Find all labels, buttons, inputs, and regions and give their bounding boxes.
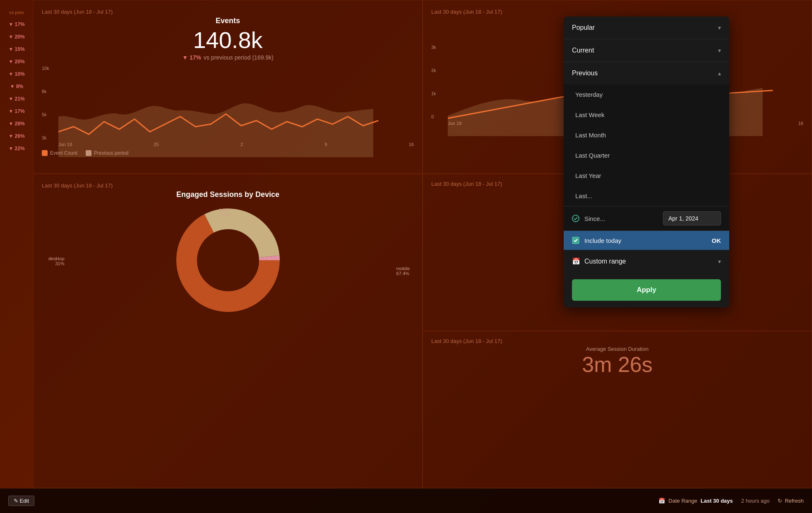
donut-chart-svg: [170, 202, 286, 318]
since-label: Since...: [584, 215, 658, 222]
current-chevron-icon: ▾: [718, 47, 721, 54]
previous-chevron-icon: ▴: [718, 70, 721, 77]
popular-label: Popular: [572, 24, 595, 31]
top-right-date: Last 30 days (Jun 18 - Jul 17): [431, 9, 803, 15]
device-sessions-date: Last 30 days (Jun 18 - Jul 17): [42, 182, 414, 189]
custom-range-left: 📅 Custom range: [572, 257, 626, 265]
item-yesterday[interactable]: Yesterday: [564, 84, 729, 105]
events-card-date: Last 30 days (Jun 18 - Jul 17): [42, 9, 414, 15]
dropdown-panel: Popular ▾ Current ▾ Previous ▴ Yesterday…: [564, 17, 729, 307]
sidebar-stat-8: ▼ 17%: [3, 107, 30, 116]
events-card: Last 30 days (Jun 18 - Jul 17) Events 14…: [33, 0, 423, 174]
left-sidebar: vs prev ▼ 17% ▼ 20% ▼ 15% ▼ 20% ▼ 10% ▼ …: [0, 0, 33, 488]
sidebar-stat-7: ▼ 21%: [3, 94, 30, 103]
donut-tablet-label: tablet 1.6%: [220, 207, 231, 217]
ok-button[interactable]: OK: [712, 237, 721, 244]
events-chart-area: 10k 8k 5k 3k: [42, 66, 414, 140]
sidebar-vs-prev: vs prev: [3, 8, 30, 17]
avg-session-card: Last 30 days (Jun 18 - Jul 17) Average S…: [423, 331, 812, 488]
item-last-quarter[interactable]: Last Quarter: [564, 145, 729, 165]
status-bar-left: ✎ Edit: [8, 496, 34, 506]
apply-button[interactable]: Apply: [572, 279, 721, 301]
sidebar-stat-5: ▼ 10%: [3, 70, 30, 79]
avg-session-title: Average Session Duration: [431, 346, 803, 352]
donut-mobile-label: mobile 67.4%: [396, 266, 410, 276]
refresh-button[interactable]: ↻ Refresh: [778, 498, 804, 504]
status-bar-right: 📅 Date Range Last 30 days 2 hours ago ↻ …: [658, 498, 804, 504]
date-range-label: Date Range: [668, 498, 697, 504]
sidebar-stat-4: ▼ 20%: [3, 57, 30, 66]
edit-button[interactable]: ✎ Edit: [8, 496, 34, 506]
since-check-icon: [572, 215, 579, 222]
previous-label: Previous: [572, 70, 598, 77]
include-today-label: Include today: [584, 237, 707, 244]
current-header[interactable]: Current ▾: [564, 39, 729, 62]
custom-range-row[interactable]: 📅 Custom range ▾: [564, 250, 729, 273]
item-last-month[interactable]: Last Month: [564, 125, 729, 145]
item-last-ellipsis[interactable]: Last...: [564, 186, 729, 206]
include-today-checkbox[interactable]: [572, 237, 579, 244]
current-section: Current ▾: [564, 39, 729, 62]
events-vs-text: vs previous period (169.9k): [204, 54, 274, 61]
events-card-change: ▼ 17% vs previous period (169.9k): [42, 54, 414, 61]
sidebar-stat-3: ▼ 15%: [3, 45, 30, 54]
device-sessions-title: Engaged Sessions by Device: [42, 190, 414, 199]
since-row: Since...: [564, 206, 729, 231]
custom-range-calendar-icon: 📅: [572, 257, 580, 265]
sidebar-stat-2: ▼ 20%: [3, 32, 30, 41]
legend-event-color: [42, 150, 48, 156]
avg-session-value: 3m 26s: [431, 352, 803, 377]
status-bar: ✎ Edit 📅 Date Range Last 30 days 2 hours…: [0, 488, 812, 513]
events-chart-svg: [58, 66, 414, 157]
events-y-axis: 10k 8k 5k 3k: [42, 66, 49, 140]
top-right-y-axis: 3k 2k 1k 0: [431, 45, 436, 119]
popular-section: Popular ▾: [564, 17, 729, 39]
donut-desktop-label: desktop 31%: [48, 256, 65, 266]
refresh-label: Refresh: [785, 498, 804, 504]
include-today-row: Include today OK: [564, 231, 729, 250]
events-card-title: Events: [42, 17, 414, 25]
events-card-value: 140.8k: [42, 29, 414, 52]
date-range-button[interactable]: 📅 Date Range Last 30 days: [658, 498, 733, 504]
calendar-icon: 📅: [658, 498, 665, 504]
previous-header[interactable]: Previous ▴: [564, 62, 729, 84]
donut-container: tablet 1.6% desktop 31% mobile 67.4%: [42, 202, 414, 318]
device-sessions-card: Last 30 days (Jun 18 - Jul 17) Engaged S…: [33, 174, 423, 488]
previous-section: Previous ▴ Yesterday Last Week Last Mont…: [564, 62, 729, 206]
item-last-week[interactable]: Last Week: [564, 105, 729, 125]
sidebar-stat-1: ▼ 17%: [3, 20, 30, 29]
item-last-year[interactable]: Last Year: [564, 165, 729, 186]
last-updated: 2 hours ago: [741, 498, 770, 504]
date-range-value: Last 30 days: [701, 498, 733, 504]
popular-header[interactable]: Popular ▾: [564, 17, 729, 39]
since-date-input[interactable]: [663, 211, 721, 225]
current-label: Current: [572, 47, 594, 54]
events-change-pct: ▼ 17%: [182, 54, 201, 61]
refresh-icon: ↻: [778, 498, 782, 504]
previous-items: Yesterday Last Week Last Month Last Quar…: [564, 84, 729, 206]
sidebar-stat-11: ▼ 22%: [3, 144, 30, 153]
popular-chevron-icon: ▾: [718, 24, 721, 31]
sidebar-stat-10: ▼ 26%: [3, 132, 30, 141]
custom-range-chevron-icon: ▾: [718, 258, 721, 265]
sidebar-stat-6: ▼ 8%: [3, 82, 30, 91]
custom-range-label: Custom range: [584, 258, 626, 265]
avg-session-date: Last 30 days (Jun 18 - Jul 17): [431, 338, 803, 344]
sidebar-stat-9: ▼ 28%: [3, 119, 30, 128]
